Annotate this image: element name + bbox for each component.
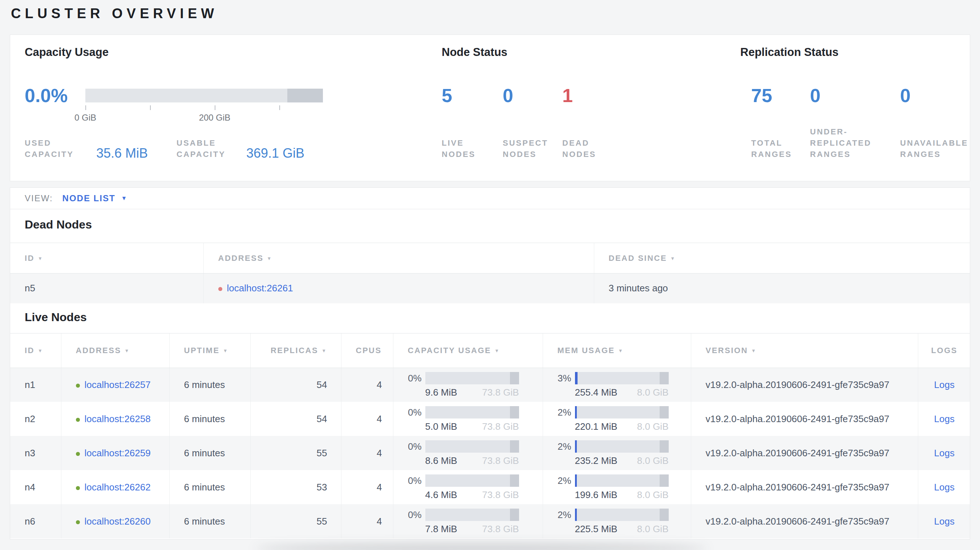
replication-status-section: Replication Status 75 TOTAL RANGES 0 UND… [740,35,970,181]
view-bar: VIEW: NODE LIST ▼ [10,188,970,209]
live-col-version[interactable]: VERSION▼ [691,333,918,368]
sort-icon: ▼ [618,348,624,353]
live-status-icon [76,486,80,490]
node-status-section: Node Status 5 LIVE NODES 0 SUSPECT NODES… [442,35,740,181]
page-title: CLUSTER OVERVIEW [11,6,218,21]
mem-usage-meter: 2% 235.2 MiB8.0 GiB [542,436,691,470]
sort-icon: ▼ [321,348,327,353]
replication-status-title: Replication Status [740,46,838,59]
capacity-percent: 0.0% [25,85,68,106]
sort-icon: ▼ [751,348,757,353]
node-address-link[interactable]: localhost:26258 [84,413,151,424]
chevron-down-icon: ▼ [121,195,128,202]
sort-icon: ▼ [38,348,43,353]
table-row: n3 localhost:26259 6 minutes 55 4 0% 8.6… [10,436,970,470]
capacity-usage-meter: 0% 9.6 MiB73.8 GiB [393,368,542,402]
sort-icon: ▼ [670,256,676,261]
logs-link[interactable]: Logs [934,516,955,527]
mem-usage-meter: 2% 225.5 MiB8.0 GiB [542,504,691,538]
logs-link[interactable]: Logs [934,482,955,493]
axis-tick-label: 0 GiB [64,113,107,123]
capacity-usage-meter: 0% 5.0 MiB73.8 GiB [393,402,542,436]
logs-link[interactable]: Logs [934,448,955,458]
table-row: n5 localhost:26261 3 minutes ago [10,273,970,303]
capacity-usage-title: Capacity Usage [25,46,108,59]
capacity-bar-other-segment [287,89,323,102]
live-status-icon [76,452,80,456]
logs-link[interactable]: Logs [934,413,955,424]
node-address-link[interactable]: localhost:26260 [84,516,151,527]
live-col-id[interactable]: ID▼ [10,333,61,368]
live-col-mem[interactable]: MEM USAGE▼ [542,333,691,368]
cluster-summary-panel: Capacity Usage 0.0% 0 GiB 200 GiB USED C… [10,35,970,181]
table-row: n6 localhost:26260 6 minutes 55 4 0% 7.8… [10,504,970,538]
axis-tick [85,105,86,110]
live-col-capacity[interactable]: CAPACITY USAGE▼ [393,333,542,368]
mem-usage-meter: 2% 199.6 MiB8.0 GiB [542,470,691,504]
table-row: n1 localhost:26257 6 minutes 54 4 0% 9.6… [10,368,970,402]
live-col-cpus: CPUS [341,333,393,368]
capacity-summary-bar [85,89,323,102]
live-col-replicas[interactable]: REPLICAS▼ [250,333,341,368]
live-status-icon [76,520,80,524]
axis-tick [150,105,151,110]
axis-tick [279,105,280,110]
dead-nodes-table: ID▼ ADDRESS▼ DEAD SINCE▼ n5 localhost:26… [10,243,970,303]
live-status-icon [76,418,80,422]
live-status-icon [76,384,80,388]
live-col-logs: LOGS [918,333,970,368]
node-address-link[interactable]: localhost:26262 [84,482,151,493]
live-col-address[interactable]: ADDRESS▼ [61,333,169,368]
node-address-link[interactable]: localhost:26257 [84,379,151,390]
below-fold-shadow [254,544,708,550]
sort-icon: ▼ [267,256,272,261]
node-address-link[interactable]: localhost:26259 [84,448,151,458]
usable-capacity-value: 369.1 GiB [246,146,304,161]
dead-nodes-heading: Dead Nodes [25,218,970,231]
node-status-title: Node Status [442,46,508,59]
live-nodes-rows: n1 localhost:26257 6 minutes 54 4 0% 9.6… [10,368,970,538]
capacity-usage-meter: 0% 8.6 MiB73.8 GiB [393,436,542,470]
capacity-usage-meter: 0% 4.6 MiB73.8 GiB [393,470,542,504]
node-id: n5 [10,273,204,303]
dead-col-id[interactable]: ID▼ [10,243,204,273]
table-row: n2 localhost:26258 6 minutes 54 4 0% 5.0… [10,402,970,436]
mem-usage-meter: 3% 255.4 MiB8.0 GiB [542,368,691,402]
node-address-link[interactable]: localhost:26261 [227,283,293,294]
live-col-uptime[interactable]: UPTIME▼ [169,333,250,368]
logs-link[interactable]: Logs [934,379,955,390]
live-nodes-heading: Live Nodes [25,311,970,324]
sort-icon: ▼ [494,348,500,353]
sort-icon: ▼ [223,348,229,353]
dead-col-dead-since[interactable]: DEAD SINCE▼ [594,243,970,273]
dead-since-value: 3 minutes ago [594,273,970,303]
used-capacity-value: 35.6 MiB [96,146,148,161]
live-nodes-table: ID▼ ADDRESS▼ UPTIME▼ REPLICAS▼ CPUS CAPA… [10,333,970,539]
nodes-panel: Dead Nodes ID▼ ADDRESS▼ DEAD SINCE▼ n5 l… [10,209,970,539]
view-selector-dropdown[interactable]: NODE LIST ▼ [62,193,128,203]
mem-usage-meter: 2% 220.1 MiB8.0 GiB [542,402,691,436]
capacity-usage-meter: 0% 7.8 MiB73.8 GiB [393,504,542,538]
dead-col-address[interactable]: ADDRESS▼ [204,243,594,273]
capacity-usage-section: Capacity Usage 0.0% 0 GiB 200 GiB USED C… [10,35,442,181]
sort-icon: ▼ [124,348,130,353]
view-label: VIEW: [25,193,53,203]
sort-icon: ▼ [38,256,43,261]
axis-tick-label: 200 GiB [193,113,237,123]
axis-tick [215,105,215,110]
table-row: n4 localhost:26262 6 minutes 53 4 0% 4.6… [10,470,970,504]
dead-status-icon [218,287,222,291]
